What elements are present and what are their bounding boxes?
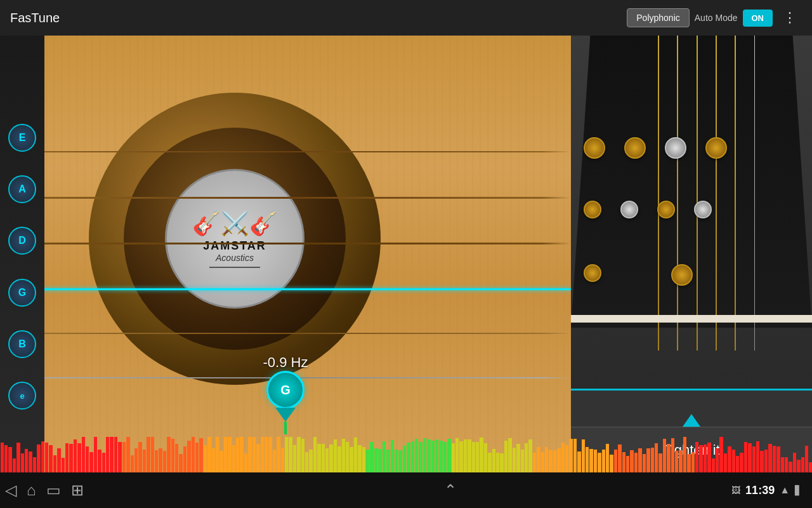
brand-label: 🎸⚔️🎸 JAMSTAR Acoustics [165,169,304,309]
spectrum-bar-15 [62,458,65,472]
spectrum-bar-13 [53,455,56,472]
auto-mode-toggle[interactable]: ON [743,10,773,27]
sound-hole-outer: 🎸⚔️🎸 JAMSTAR Acoustics [89,93,381,385]
spectrum-bar-146 [594,450,597,472]
brand-sub: Acoustics [216,253,254,263]
spectrum-bar-79 [322,444,325,472]
tuning-peg-4[interactable] [705,137,727,159]
tuning-peg-5[interactable] [584,201,601,218]
spectrum-bar-148 [602,450,605,472]
spectrum-bar-47 [192,437,195,472]
spectrum-bar-18 [74,439,77,472]
spectrum-bar-68 [277,437,280,472]
tuning-peg-10[interactable] [671,264,693,286]
tuning-peg-6[interactable] [620,201,638,218]
tuning-peg-7[interactable] [657,201,675,218]
spectrum-bar-111 [452,443,455,472]
spectrum-bar-21 [86,446,89,472]
back-button[interactable]: ◁ [0,476,22,504]
spectrum-bar-91 [370,442,373,472]
recents-button[interactable]: ▭ [41,476,66,504]
spectrum-bar-116 [472,442,475,472]
spectrum-bar-189 [768,444,771,472]
spectrum-bar-109 [443,442,447,472]
spectrum-bar-194 [789,462,792,472]
spectrum-bar-191 [776,446,780,472]
spectrum-bar-190 [773,446,776,472]
polyphonic-button[interactable]: Polyphonic [627,8,690,27]
spectrum-bar-134 [545,447,548,472]
spectrum-bar-157 [638,448,641,472]
headstock-string-6 [754,36,755,351]
spectrum-bar-63 [256,444,259,472]
tuning-peg-9[interactable] [584,264,601,282]
app-title: FasTune [10,11,627,25]
spectrum-bar-3 [13,458,16,472]
spectrum-bar-132 [537,447,540,472]
spectrum-bar-118 [480,438,483,472]
spectrum-bar-102 [415,439,418,472]
screenshot-button[interactable]: ⊞ [66,476,89,504]
tuning-bar [571,389,812,427]
spectrum-bar-199 [809,462,812,472]
spectrum-bar-98 [398,450,402,472]
spectrum-bar-166 [675,451,678,472]
spectrum-bar-137 [557,448,560,472]
spectrum-bar-38 [155,450,158,472]
spectrum-bar-198 [805,446,808,472]
spectrum-bar-195 [793,453,796,472]
spectrum-bar-160 [651,448,654,472]
tuning-peg-3[interactable] [665,137,686,159]
spectrum-bar-83 [337,446,341,473]
spectrum-bar-77 [313,437,317,472]
tuning-peg-8[interactable] [694,201,712,218]
spectrum-bar-162 [658,453,662,472]
spectrum-bar-141 [573,439,577,472]
string-B [0,333,571,334]
spectrum-bar-95 [386,450,390,472]
string-btn-G[interactable]: G [8,279,36,307]
spectrum-bar-42 [171,439,174,472]
string-btn-e[interactable]: e [8,382,36,410]
status-bar: 🖼 11:39 ▲ ▋ [731,472,812,508]
strings-sidebar: E A D G B e [0,36,44,472]
string-btn-B[interactable]: B [8,330,36,358]
spectrum-bar-90 [366,450,369,472]
spectrum-bar-104 [423,438,426,472]
overflow-menu-icon[interactable]: ⋮ [778,7,802,29]
spectrum-bar-173 [704,444,707,472]
spectrum-bar-167 [679,450,682,472]
spectrum-bar-96 [391,440,394,472]
string-btn-E[interactable]: E [8,124,36,152]
spectrum-bar-31 [126,437,129,472]
spectrum-bar-2 [8,447,11,472]
home-button[interactable]: ⌂ [22,476,41,504]
string-btn-A[interactable]: A [8,175,36,203]
tuning-peg-2[interactable] [624,137,646,159]
spectrum-bar-28 [114,437,117,472]
spectrum-bar-130 [528,439,532,472]
back-nav-icon[interactable]: ⌃ [439,476,462,504]
spectrum-bar-133 [541,452,544,472]
spectrum-bar-168 [683,437,686,472]
spectrum-bar-192 [781,457,784,473]
frequency-value: -0.9 Hz [263,354,308,370]
spectrum-bar-69 [281,448,284,472]
pick-line [284,422,287,434]
right-panel: Tighten it [571,36,812,472]
tuning-peg-1[interactable] [584,137,605,159]
spectrum-bar-176 [716,448,719,472]
spectrum-bar-39 [159,448,162,472]
spectrum-bar-136 [553,450,556,472]
spectrum-bar-66 [268,437,272,472]
spectrum-bar-17 [69,444,72,472]
spectrum-bar-197 [801,457,804,472]
spectrum-bar-169 [687,454,690,472]
spectrum-bar-50 [204,445,207,472]
string-btn-D[interactable]: D [8,227,36,255]
spectrum-bar-149 [606,444,609,472]
spectrum-bar-88 [358,445,361,472]
wifi-icon: ▲ [780,485,790,496]
spectrum-bar-29 [118,442,121,472]
spectrum-bar-7 [29,451,32,472]
